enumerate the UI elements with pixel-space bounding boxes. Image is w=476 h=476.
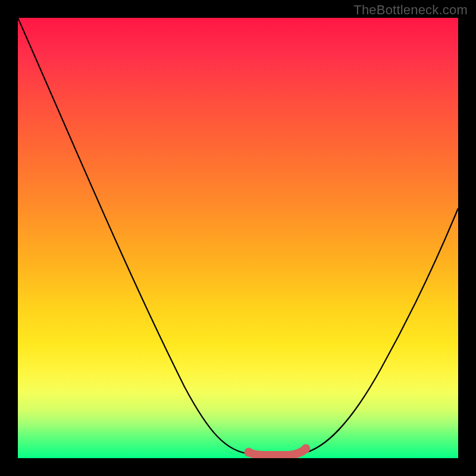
chart-container: TheBottleneck.com (0, 0, 476, 476)
watermark-text: TheBottleneck.com (353, 2, 468, 18)
plot-area (18, 18, 458, 458)
bottleneck-curve (18, 18, 458, 454)
curve-layer (18, 18, 458, 458)
optimal-range-start-cap (245, 448, 253, 457)
optimal-range-end-cap (302, 444, 311, 453)
bottom-edge-highlight (18, 456, 458, 458)
optimal-range-bar (249, 449, 306, 455)
